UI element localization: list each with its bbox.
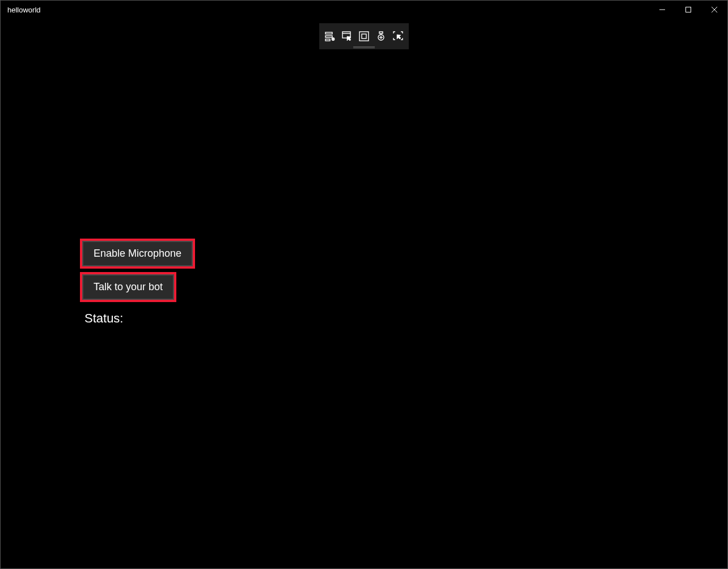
debug-display-layout-icon bbox=[359, 31, 369, 41]
enable-microphone-highlight: Enable Microphone bbox=[80, 239, 195, 269]
talk-to-bot-highlight: Talk to your bot bbox=[80, 272, 176, 302]
svg-rect-5 bbox=[325, 36, 332, 37]
svg-rect-14 bbox=[379, 32, 383, 33]
titlebar-controls bbox=[649, 1, 727, 19]
enable-microphone-button[interactable]: Enable Microphone bbox=[82, 241, 193, 266]
maximize-icon bbox=[685, 7, 691, 12]
svg-rect-4 bbox=[325, 32, 332, 34]
close-icon bbox=[712, 7, 717, 12]
close-button[interactable] bbox=[701, 1, 727, 19]
debug-select-element-button[interactable] bbox=[340, 29, 354, 44]
debug-hot-reload-icon bbox=[376, 31, 386, 41]
debug-toolbar[interactable] bbox=[319, 23, 409, 49]
main-content: Enable Microphone Talk to your bot Statu… bbox=[80, 239, 195, 326]
minimize-button[interactable] bbox=[649, 1, 675, 19]
debug-display-layout-button[interactable] bbox=[357, 29, 371, 44]
debug-track-focus-button[interactable] bbox=[391, 29, 405, 44]
debug-live-tree-icon bbox=[325, 31, 335, 41]
svg-rect-12 bbox=[359, 32, 369, 41]
debug-select-element-icon bbox=[342, 31, 352, 41]
window-title: helloworld bbox=[1, 6, 41, 14]
svg-rect-1 bbox=[686, 7, 691, 12]
debug-hot-reload-button[interactable] bbox=[374, 29, 388, 44]
talk-to-bot-button[interactable]: Talk to your bot bbox=[82, 274, 174, 300]
titlebar: helloworld bbox=[1, 1, 727, 19]
status-label: Status: bbox=[80, 311, 195, 326]
debug-toolbar-drag-handle[interactable] bbox=[353, 46, 375, 48]
minimize-icon bbox=[659, 7, 665, 12]
svg-rect-6 bbox=[325, 39, 330, 41]
debug-live-tree-button[interactable] bbox=[323, 29, 337, 44]
svg-rect-13 bbox=[362, 34, 366, 39]
maximize-button[interactable] bbox=[675, 1, 701, 19]
debug-track-focus-icon bbox=[393, 31, 403, 41]
